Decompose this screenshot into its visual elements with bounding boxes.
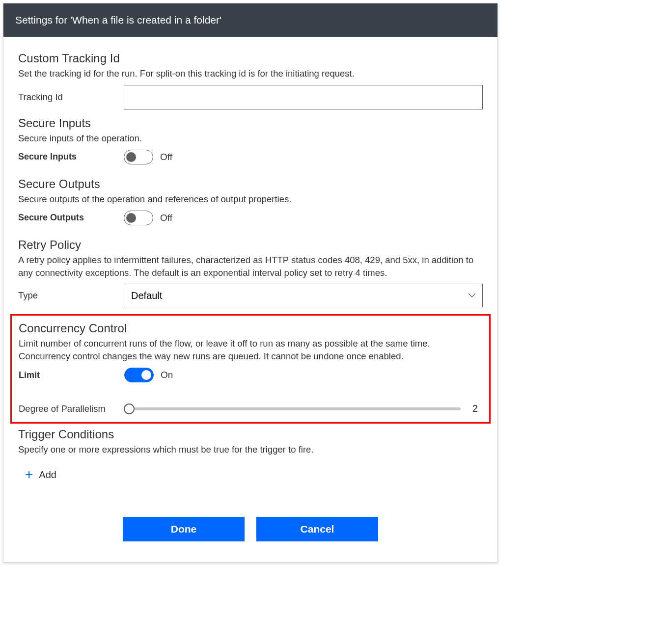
concurrency-toggle-container: On (124, 368, 173, 382)
secure-outputs-toggle-container: Off (124, 211, 172, 225)
section-trigger-conditions: Trigger Conditions Specify one or more e… (18, 428, 483, 484)
parallelism-slider-wrapper: 2 (124, 403, 482, 414)
retry-policy-desc: A retry policy applies to intermittent f… (18, 254, 483, 279)
settings-dialog: Settings for 'When a file is created in … (3, 3, 498, 563)
concurrency-desc: Limit number of concurrent runs of the f… (19, 337, 482, 363)
secure-outputs-label: Secure Outputs (18, 213, 124, 223)
parallelism-value: 2 (472, 403, 482, 414)
retry-type-label: Type (18, 290, 124, 301)
concurrency-limit-row: Limit On (19, 368, 482, 382)
tracking-id-input[interactable] (124, 85, 483, 109)
custom-tracking-title: Custom Tracking Id (18, 52, 483, 65)
trigger-conditions-title: Trigger Conditions (18, 428, 483, 441)
secure-outputs-title: Secure Outputs (18, 177, 483, 191)
parallelism-row: Degree of Parallelism 2 (19, 403, 482, 414)
secure-inputs-state: Off (160, 152, 172, 162)
plus-icon: + (25, 468, 33, 482)
secure-inputs-title: Secure Inputs (18, 116, 483, 130)
section-retry-policy: Retry Policy A retry policy applies to i… (18, 238, 483, 308)
secure-outputs-desc: Secure outputs of the operation and refe… (18, 193, 483, 206)
trigger-conditions-desc: Specify one or more expressions which mu… (18, 443, 483, 456)
concurrency-state: On (161, 370, 173, 380)
parallelism-slider-thumb[interactable] (124, 403, 135, 414)
dialog-header: Settings for 'When a file is created in … (3, 3, 497, 37)
secure-outputs-toggle[interactable] (124, 211, 153, 225)
retry-type-select-wrapper: Default (124, 284, 483, 307)
add-condition-button[interactable]: + Add (25, 465, 56, 484)
retry-policy-title: Retry Policy (18, 238, 483, 252)
section-secure-inputs: Secure Inputs Secure inputs of the opera… (18, 116, 483, 164)
tracking-id-row: Tracking Id (18, 85, 483, 109)
concurrency-limit-toggle[interactable] (124, 368, 154, 382)
concurrency-title: Concurrency Control (19, 322, 482, 335)
retry-type-row: Type Default (18, 284, 483, 307)
tracking-id-label: Tracking Id (18, 92, 124, 103)
dialog-footer: Done Cancel (18, 497, 483, 547)
dialog-title: Settings for 'When a file is created in … (15, 14, 221, 26)
secure-outputs-state: Off (160, 213, 172, 223)
secure-inputs-desc: Secure inputs of the operation. (18, 132, 483, 145)
parallelism-label: Degree of Parallelism (19, 403, 124, 414)
secure-inputs-label: Secure Inputs (18, 152, 124, 162)
custom-tracking-desc: Set the tracking id for the run. For spl… (18, 67, 483, 80)
secure-inputs-toggle-container: Off (124, 150, 172, 164)
concurrency-highlight: Concurrency Control Limit number of conc… (10, 314, 491, 424)
retry-type-select[interactable]: Default (124, 284, 483, 307)
section-custom-tracking: Custom Tracking Id Set the tracking id f… (18, 52, 483, 109)
add-label: Add (39, 469, 56, 481)
dialog-body: Custom Tracking Id Set the tracking id f… (3, 37, 497, 562)
secure-outputs-row: Secure Outputs Off (18, 211, 483, 225)
secure-inputs-row: Secure Inputs Off (18, 150, 483, 164)
done-button[interactable]: Done (123, 517, 245, 541)
parallelism-slider[interactable] (124, 407, 461, 410)
secure-inputs-toggle[interactable] (124, 150, 153, 164)
section-secure-outputs: Secure Outputs Secure outputs of the ope… (18, 177, 483, 225)
concurrency-limit-label: Limit (19, 370, 124, 380)
cancel-button[interactable]: Cancel (256, 517, 378, 541)
